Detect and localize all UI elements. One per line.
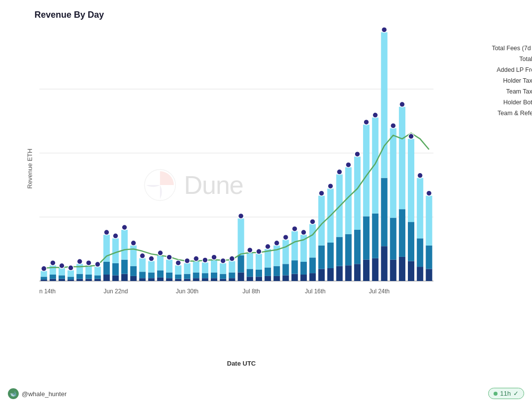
svg-rect-41 xyxy=(95,275,101,279)
svg-rect-115 xyxy=(256,254,262,270)
svg-rect-187 xyxy=(417,178,423,239)
svg-text:Jul 16th: Jul 16th xyxy=(305,288,326,295)
svg-rect-100 xyxy=(229,278,235,281)
svg-text:Jun 30th: Jun 30th xyxy=(176,288,199,295)
svg-rect-105 xyxy=(238,255,244,273)
svg-rect-120 xyxy=(273,276,280,281)
svg-rect-117 xyxy=(265,268,271,276)
svg-rect-87 xyxy=(193,261,200,273)
svg-rect-163 xyxy=(363,125,369,216)
footer-username: @whale_hunter xyxy=(22,390,66,398)
svg-rect-148 xyxy=(336,266,343,281)
svg-rect-108 xyxy=(247,277,253,281)
svg-rect-96 xyxy=(220,279,226,281)
status-badge: 11h ✓ xyxy=(488,388,524,399)
svg-point-194 xyxy=(59,263,65,269)
svg-point-235 xyxy=(426,190,432,196)
svg-text:Jul 8th: Jul 8th xyxy=(242,288,260,295)
legend-item-team-tax: Team Tax Fees xyxy=(492,88,532,95)
svg-rect-160 xyxy=(363,260,369,281)
svg-point-212 xyxy=(220,258,226,263)
svg-rect-109 xyxy=(247,269,253,277)
svg-rect-145 xyxy=(327,243,333,268)
svg-rect-185 xyxy=(417,238,423,267)
svg-rect-55 xyxy=(121,230,128,260)
svg-rect-49 xyxy=(112,263,119,276)
svg-rect-44 xyxy=(103,275,110,281)
svg-point-234 xyxy=(417,173,423,178)
svg-rect-188 xyxy=(426,269,432,281)
svg-rect-24 xyxy=(59,279,65,281)
svg-rect-168 xyxy=(381,246,387,281)
svg-rect-128 xyxy=(292,274,298,281)
svg-rect-85 xyxy=(193,273,200,279)
svg-rect-157 xyxy=(354,230,361,264)
svg-rect-36 xyxy=(85,279,92,281)
svg-point-210 xyxy=(202,257,208,263)
svg-point-196 xyxy=(77,259,82,264)
svg-point-208 xyxy=(185,258,190,263)
svg-rect-101 xyxy=(229,273,235,279)
svg-point-216 xyxy=(256,249,262,254)
svg-rect-127 xyxy=(282,240,289,264)
svg-rect-112 xyxy=(256,277,262,281)
svg-rect-56 xyxy=(130,276,136,281)
svg-rect-181 xyxy=(408,222,414,261)
svg-rect-71 xyxy=(157,255,164,270)
svg-point-231 xyxy=(391,123,396,128)
svg-rect-31 xyxy=(67,270,74,277)
svg-rect-159 xyxy=(354,156,361,230)
svg-rect-165 xyxy=(372,214,378,258)
svg-rect-173 xyxy=(390,218,397,259)
svg-rect-184 xyxy=(417,267,423,281)
svg-point-225 xyxy=(337,169,342,175)
legend-item-total-fees: Total Fees xyxy=(492,56,532,62)
svg-rect-67 xyxy=(148,261,155,273)
svg-rect-113 xyxy=(256,270,262,277)
svg-rect-32 xyxy=(76,279,83,281)
svg-rect-183 xyxy=(408,139,414,222)
svg-rect-111 xyxy=(247,252,253,269)
svg-rect-103 xyxy=(229,261,235,273)
svg-rect-68 xyxy=(157,278,164,281)
svg-point-219 xyxy=(283,235,289,240)
svg-rect-149 xyxy=(336,237,343,266)
svg-rect-139 xyxy=(309,224,316,257)
svg-rect-53 xyxy=(121,260,128,274)
svg-point-218 xyxy=(274,240,279,246)
svg-point-224 xyxy=(328,184,333,189)
svg-text:Jul 24th: Jul 24th xyxy=(369,288,390,295)
svg-rect-124 xyxy=(282,275,289,281)
svg-point-198 xyxy=(95,262,100,267)
svg-point-230 xyxy=(382,27,387,32)
svg-rect-180 xyxy=(408,261,414,281)
svg-point-206 xyxy=(166,254,172,260)
svg-point-220 xyxy=(292,226,298,231)
svg-rect-76 xyxy=(175,279,181,281)
svg-point-227 xyxy=(355,152,360,157)
svg-point-217 xyxy=(265,244,270,249)
chart-container: Revenue By Day Revenue ETH Date UTC Dune… xyxy=(0,0,532,405)
svg-point-202 xyxy=(131,240,136,246)
svg-rect-92 xyxy=(211,278,217,281)
svg-rect-189 xyxy=(426,246,432,269)
svg-rect-141 xyxy=(318,246,325,269)
svg-rect-77 xyxy=(175,275,181,279)
x-axis-label: Date UTC xyxy=(227,360,256,367)
svg-rect-45 xyxy=(103,262,110,275)
legend-item-total-fees-ma: Total Fees (7d MA) xyxy=(492,45,532,52)
svg-rect-25 xyxy=(59,275,65,279)
svg-rect-97 xyxy=(220,274,226,279)
svg-point-199 xyxy=(104,230,109,235)
svg-rect-37 xyxy=(85,275,92,279)
svg-point-195 xyxy=(68,265,73,271)
svg-rect-27 xyxy=(59,268,65,275)
svg-rect-95 xyxy=(211,260,217,273)
svg-point-205 xyxy=(158,250,163,256)
svg-point-193 xyxy=(50,260,56,266)
svg-rect-88 xyxy=(202,278,208,281)
svg-rect-61 xyxy=(139,272,146,278)
svg-rect-140 xyxy=(318,269,325,281)
svg-rect-33 xyxy=(76,274,83,279)
svg-rect-104 xyxy=(238,273,244,281)
